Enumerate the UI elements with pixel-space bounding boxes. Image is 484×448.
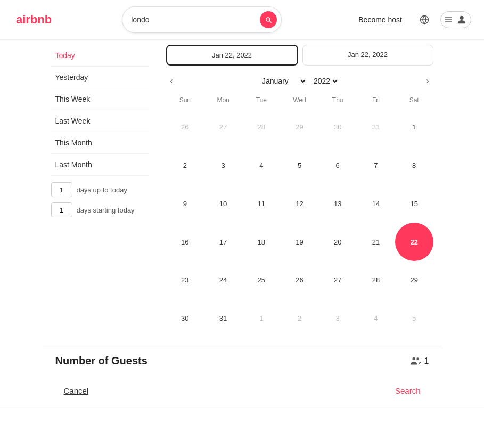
option-this-month[interactable]: This Month [51,132,149,154]
calendar-day[interactable]: 1 [395,108,433,146]
calendar-day[interactable]: 16 [166,223,204,261]
calendar-day[interactable]: 4 [357,299,395,338]
menu-icon [444,15,453,24]
weekday-headers: Sun Mon Tue Wed Thu Fri Sat [166,94,433,106]
guests-number: 1 [424,356,429,366]
user-icon [456,14,467,26]
prev-month-button[interactable]: ‹ [166,74,177,88]
month-year-selector: JanuaryFebruaryMarch AprilMayJune JulyAu… [260,76,339,86]
calendar-day[interactable]: 23 [166,261,204,299]
calendar-day[interactable]: 18 [242,223,281,261]
calendar-day[interactable]: 31 [204,299,242,338]
calendar-day[interactable]: 20 [318,223,357,261]
option-yesterday[interactable]: Yesterday [51,67,149,88]
calendar-days: 2627282930311234567891011121314151617181… [166,108,433,337]
calendar-day[interactable]: 30 [166,299,204,338]
calendar-day[interactable]: 11 [242,184,281,223]
calendar-day[interactable]: 2 [166,146,204,185]
guests-label: Number of Guests [55,355,147,367]
weekday-tue: Tue [242,94,281,106]
calendar-panel: Jan 22, 2022 Jan 22, 2022 ‹ JanuaryFebru… [158,45,433,346]
calendar-day[interactable]: 12 [281,184,319,223]
calendar-day[interactable]: 17 [204,223,242,261]
calendar-day[interactable]: 10 [204,184,242,223]
calendar-day[interactable]: 26 [281,261,319,299]
svg-point-5 [412,357,415,360]
days-up-to-today-label: days up to today [77,186,127,194]
calendar-day[interactable]: 3 [204,146,242,185]
calendar-day[interactable]: 7 [357,146,395,185]
header-right: Become host [352,10,471,29]
globe-button[interactable] [415,10,434,29]
days-starting-today-row: days starting today [51,202,149,217]
calendar-day[interactable]: 27 [318,261,357,299]
calendar-day[interactable]: 26 [166,108,204,146]
dropdown-content: Today Yesterday This Week Last Week This… [43,45,442,346]
year-select[interactable]: 202220232024 [311,76,339,86]
option-this-week[interactable]: This Week [51,88,149,110]
calendar-day[interactable]: 21 [357,223,395,261]
option-last-month[interactable]: Last Month [51,154,149,176]
calendar-day[interactable]: 31 [357,108,395,146]
header: airbnb Become host [0,0,484,40]
cancel-button[interactable]: Cancel [55,382,97,400]
calendar-day[interactable]: 22 [395,223,433,261]
calendar-day[interactable]: 14 [357,184,395,223]
weekday-thu: Thu [318,94,357,106]
next-month-button[interactable]: › [422,74,433,88]
month-select[interactable]: JanuaryFebruaryMarch AprilMayJune JulyAu… [260,76,307,86]
calendar-day[interactable]: 19 [281,223,319,261]
calendar-day[interactable]: 6 [318,146,357,185]
weekday-mon: Mon [204,94,242,106]
calendar-day[interactable]: 1 [242,299,281,338]
guests-icon [409,355,421,367]
search-bar [122,6,282,33]
menu-user-group[interactable] [440,11,471,28]
calendar-day[interactable]: 28 [242,108,281,146]
days-starting-today-label: days starting today [77,206,135,214]
weekday-sun: Sun [166,94,204,106]
search-input[interactable] [131,15,260,24]
calendar-day[interactable]: 28 [357,261,395,299]
calendar-day[interactable]: 3 [318,299,357,338]
calendar-day[interactable]: 13 [318,184,357,223]
calendar-grid: Sun Mon Tue Wed Thu Fri Sat 262728293031… [166,94,433,337]
calendar-day[interactable]: 29 [395,261,433,299]
action-buttons: Cancel Search [43,376,442,406]
weekday-fri: Fri [357,94,395,106]
calendar-day[interactable]: 27 [204,108,242,146]
date-options-panel: Today Yesterday This Week Last Week This… [51,45,158,346]
weekday-wed: Wed [281,94,319,106]
calendar-day[interactable]: 5 [395,299,433,338]
weekday-sat: Sat [395,94,433,106]
calendar-day[interactable]: 25 [242,261,281,299]
days-up-to-today-input[interactable] [51,182,72,197]
guests-count[interactable]: 1 [409,355,429,367]
search-button[interactable] [260,11,277,28]
option-last-week[interactable]: Last Week [51,110,149,132]
date-range-inputs: Jan 22, 2022 Jan 22, 2022 [166,45,433,66]
calendar-header: ‹ JanuaryFebruaryMarch AprilMayJune July… [166,74,433,88]
calendar-day[interactable]: 24 [204,261,242,299]
svg-point-6 [416,357,419,360]
logo[interactable]: airbnb [13,13,52,27]
calendar-day[interactable]: 15 [395,184,433,223]
guests-row: Number of Guests 1 [43,346,442,376]
start-date-input[interactable]: Jan 22, 2022 [166,45,298,66]
svg-point-4 [460,16,463,20]
custom-days: days up to today days starting today [51,182,149,217]
calendar-day[interactable]: 29 [281,108,319,146]
become-host-link[interactable]: Become host [352,11,408,28]
calendar-day[interactable]: 30 [318,108,357,146]
days-starting-today-input[interactable] [51,202,72,217]
calendar-day[interactable]: 8 [395,146,433,185]
days-up-to-today-row: days up to today [51,182,149,197]
logo-text: airbnb [16,13,52,27]
calendar-day[interactable]: 4 [242,146,281,185]
search-action-button[interactable]: Search [387,382,429,400]
end-date-input[interactable]: Jan 22, 2022 [302,45,433,66]
calendar-day[interactable]: 2 [281,299,319,338]
calendar-day[interactable]: 9 [166,184,204,223]
option-today[interactable]: Today [51,45,149,67]
calendar-day[interactable]: 5 [281,146,319,185]
